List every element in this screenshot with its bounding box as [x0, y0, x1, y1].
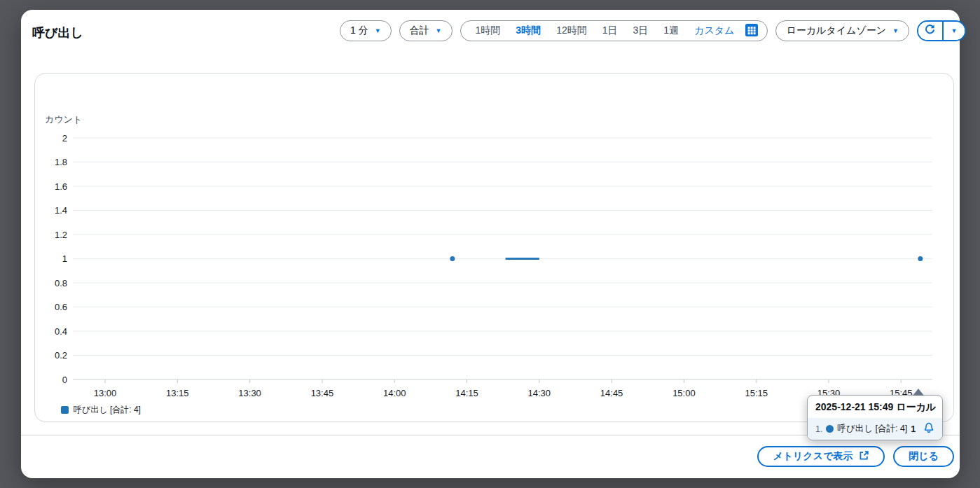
- chart-tooltip: 2025-12-21 15:49 ローカル 1. 呼び出し [合計: 4] 1: [807, 395, 943, 440]
- chevron-down-icon: ▼: [892, 28, 899, 34]
- series-data-point: [450, 256, 455, 261]
- timezone-dropdown[interactable]: ローカルタイムゾーン ▼: [775, 20, 909, 41]
- time-range-option-0[interactable]: 1時間: [468, 25, 509, 37]
- time-range-option-4[interactable]: 3日: [626, 25, 656, 37]
- timezone-dropdown-value: ローカルタイムゾーン: [786, 25, 886, 37]
- tooltip-series-index: 1.: [815, 424, 822, 434]
- y-tick-label: 1: [62, 253, 67, 264]
- y-tick-label: 0.6: [55, 302, 67, 312]
- y-tick-label: 2: [62, 133, 67, 144]
- x-tick-label: 14:00: [383, 388, 406, 398]
- tooltip-timestamp: 2025-12-21 15:49 ローカル: [808, 396, 942, 418]
- period-dropdown-value: 1 分: [350, 25, 368, 37]
- period-dropdown[interactable]: 1 分 ▼: [340, 20, 392, 41]
- y-tick-label: 0: [62, 375, 67, 385]
- close-button[interactable]: 閉じる: [893, 446, 954, 467]
- x-tick-label: 14:45: [600, 388, 623, 398]
- chart-toolbar: 1 分 ▼ 合計 ▼ 1時間3時間12時間1日3日1週カスタム: [340, 20, 980, 41]
- x-tick-label: 14:15: [455, 388, 478, 398]
- metric-detail-modal: 呼び出し 1 分 ▼ 合計 ▼ 1時間3時間12時間1日3日1週カスタム: [21, 10, 960, 478]
- chart-plot[interactable]: 00.20.40.60.811.21.41.61.8213:0013:1513:…: [35, 74, 955, 406]
- time-range-group: 1時間3時間12時間1日3日1週カスタム: [460, 20, 768, 41]
- y-tick-label: 0.4: [55, 326, 67, 337]
- refresh-button-group: ▼: [917, 20, 966, 41]
- y-tick-label: 1.6: [55, 181, 67, 192]
- x-tick-label: 15:00: [672, 388, 696, 398]
- refresh-icon: [924, 24, 936, 38]
- chart-panel: カウント 00.20.40.60.811.21.41.61.8213:0013:…: [34, 73, 954, 422]
- series-color-dot: [826, 425, 834, 433]
- statistic-dropdown-value: 合計: [410, 25, 429, 37]
- legend-color-swatch: [61, 406, 69, 414]
- tooltip-pointer-up: [913, 389, 924, 396]
- refresh-options-button[interactable]: ▼: [944, 22, 965, 40]
- external-link-icon: [859, 450, 869, 463]
- modal-footer: メトリクスで表示 閉じる: [757, 446, 954, 467]
- view-in-metrics-label: メトリクスで表示: [773, 450, 853, 463]
- y-tick-label: 1.4: [55, 205, 67, 216]
- create-alarm-button[interactable]: [923, 422, 934, 435]
- time-range-option-6[interactable]: カスタム: [686, 25, 742, 37]
- y-tick-label: 0.2: [55, 350, 67, 361]
- custom-date-picker-button[interactable]: [742, 23, 760, 39]
- series-data-point: [918, 256, 923, 261]
- x-tick-label: 13:00: [94, 388, 117, 398]
- alarm-bell-icon: [923, 422, 934, 435]
- y-tick-label: 1.8: [55, 157, 67, 167]
- close-button-label: 閉じる: [909, 450, 939, 463]
- tooltip-series-label: 呼び出し [合計: 4]: [837, 423, 907, 435]
- chevron-down-icon: ▼: [436, 28, 442, 34]
- x-tick-label: 13:30: [238, 388, 261, 398]
- calendar-icon: [745, 23, 759, 39]
- time-range-buttons: 1時間3時間12時間1日3日1週カスタム: [468, 25, 743, 37]
- y-tick-label: 1.2: [55, 230, 67, 240]
- statistic-dropdown[interactable]: 合計 ▼: [399, 20, 453, 41]
- time-range-option-2[interactable]: 12時間: [548, 25, 595, 37]
- y-tick-label: 0.8: [55, 278, 67, 288]
- view-in-metrics-button[interactable]: メトリクスで表示: [757, 446, 885, 467]
- time-range-option-5[interactable]: 1週: [656, 25, 686, 37]
- legend-label: 呼び出し [合計: 4]: [74, 404, 141, 416]
- refresh-button[interactable]: [918, 22, 944, 40]
- time-range-option-1[interactable]: 3時間: [508, 25, 548, 37]
- x-tick-label: 13:15: [166, 388, 189, 398]
- chart-legend[interactable]: 呼び出し [合計: 4]: [61, 404, 141, 416]
- x-tick-label: 13:45: [311, 388, 334, 398]
- tooltip-series-value: 1: [911, 424, 916, 434]
- chevron-down-icon: ▼: [951, 28, 957, 34]
- x-tick-label: 15:15: [745, 388, 768, 398]
- chevron-down-icon: ▼: [375, 28, 381, 34]
- tooltip-series-row: 1. 呼び出し [合計: 4] 1: [808, 418, 942, 440]
- x-tick-label: 14:30: [528, 388, 551, 398]
- page-title: 呼び出し: [32, 25, 83, 41]
- time-range-option-3[interactable]: 1日: [595, 25, 626, 37]
